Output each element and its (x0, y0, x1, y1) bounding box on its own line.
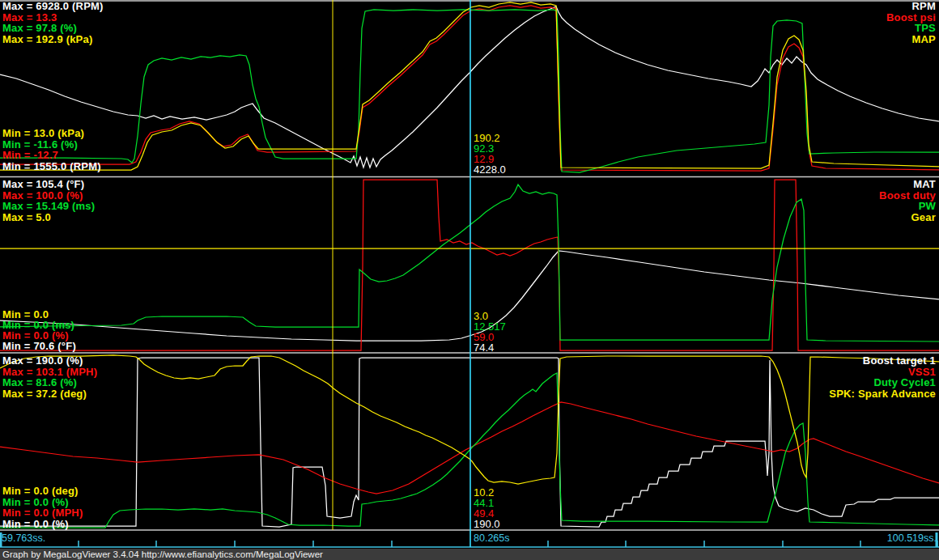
panel3-max-labels: Max = 190.0 (%) Max = 103.1 (MPH) Max = … (2, 355, 97, 399)
time-axis-start-label: 59.763ss. (2, 533, 45, 544)
megalogviewer-window: Max = 6928.0 (RPM) Max = 13.3 Max = 97.8… (0, 0, 939, 560)
max-label: Max = 37.2 (deg) (2, 388, 97, 400)
max-label: Max = 97.8 (%) (2, 23, 104, 34)
time-axis-end-label: 100.519ss. (887, 533, 937, 544)
legend-item[interactable]: Duty Cycle1 (829, 377, 936, 388)
chart-canvas[interactable] (0, 0, 939, 549)
trace-Boost-duty (0, 180, 939, 350)
max-label: Max = 81.6 (%) (2, 377, 97, 388)
max-label: Max = 103.1 (MPH) (2, 367, 97, 378)
panel2-max-labels: Max = 105.4 (°F) Max = 100.0 (%) Max = 1… (2, 179, 95, 223)
legend-item[interactable]: VSS1 (829, 367, 936, 378)
panel2-cursor-values: 3.0 12.517 59.0 74.4 (474, 311, 506, 353)
legend-item[interactable]: RPM (886, 1, 936, 12)
cursor-value: 4228.0 (474, 164, 506, 175)
legend-item[interactable]: PW (879, 201, 936, 212)
legend-item[interactable]: Gear (879, 212, 936, 223)
trace-Duty-Cycle1 (0, 373, 939, 528)
trace-Boost-target-1 (0, 358, 939, 527)
min-label: Min = 0.0 (%) (2, 497, 83, 508)
legend-item[interactable]: MAP (886, 34, 936, 45)
panel2-legend: MAT Boost duty PW Gear (879, 179, 936, 223)
min-label: Min = 0.0 (deg) (2, 486, 83, 497)
status-bar: Graph by MegaLogViewer 3.4.04 http://www… (0, 549, 939, 560)
status-bar-text: Graph by MegaLogViewer 3.4.04 http://www… (0, 549, 939, 560)
min-label: Min = -11.6 (%) (2, 139, 101, 151)
max-label: Max = 15.149 (ms) (2, 201, 95, 212)
min-label: Min = -12.7 (2, 150, 101, 161)
trace-SPK-Spark-Advance (0, 355, 939, 484)
panel1-max-labels: Max = 6928.0 (RPM) Max = 13.3 Max = 97.8… (2, 1, 104, 45)
max-label: Max = 6928.0 (RPM) (2, 1, 104, 12)
legend-item[interactable]: Boost target 1 (829, 355, 936, 367)
panel1-min-labels: Min = 13.0 (kPa) Min = -11.6 (%) Min = -… (2, 128, 101, 172)
trace-MAP (0, 2, 939, 170)
legend-item[interactable]: TPS (886, 23, 936, 34)
min-label: Min = 0.0 (MPH) (2, 507, 83, 519)
min-label: Min = 0.0 (%) (2, 519, 83, 530)
min-label: Min = 1555.0 (RPM) (2, 161, 101, 172)
max-label: Max = 190.0 (%) (2, 355, 97, 367)
legend-item[interactable]: SPK: Spark Advance (829, 388, 936, 400)
panel1-legend: RPM Boost psi TPS MAP (886, 1, 936, 45)
panel3-cursor-values: 10.2 44.1 49.4 190.0 (474, 487, 500, 529)
max-label: Max = 192.9 (kPa) (2, 34, 104, 45)
trace-TPS (0, 10, 939, 172)
cursor-value: 190.0 (474, 519, 500, 529)
panel3-legend: Boost target 1 VSS1 Duty Cycle1 SPK: Spa… (829, 355, 936, 399)
legend-item[interactable]: Boost psi (886, 12, 936, 23)
panel2-min-labels: Min = 0.0 Min = 0.0 (ms) Min = 0.0 (%) M… (2, 309, 76, 351)
panel1-cursor-values: 190.2 92.3 12.9 4228.0 (474, 133, 506, 175)
max-label: Max = 100.0 (%) (2, 190, 95, 202)
min-label: Min = 70.6 (°F) (2, 341, 76, 351)
max-label: Max = 13.3 (2, 12, 104, 23)
min-label: Min = 13.0 (kPa) (2, 128, 101, 139)
trace-RPM (0, 6, 939, 168)
legend-item[interactable]: Boost duty (879, 190, 936, 202)
max-label: Max = 5.0 (2, 212, 95, 223)
max-label: Max = 105.4 (°F) (2, 179, 95, 190)
cursor-value: 74.4 (474, 342, 506, 353)
trace-Boost-psi (0, 6, 939, 171)
time-axis-cursor-label: 80.265s (474, 533, 509, 544)
legend-item[interactable]: MAT (879, 179, 936, 190)
panel3-min-labels: Min = 0.0 (deg) Min = 0.0 (%) Min = 0.0 … (2, 486, 83, 529)
